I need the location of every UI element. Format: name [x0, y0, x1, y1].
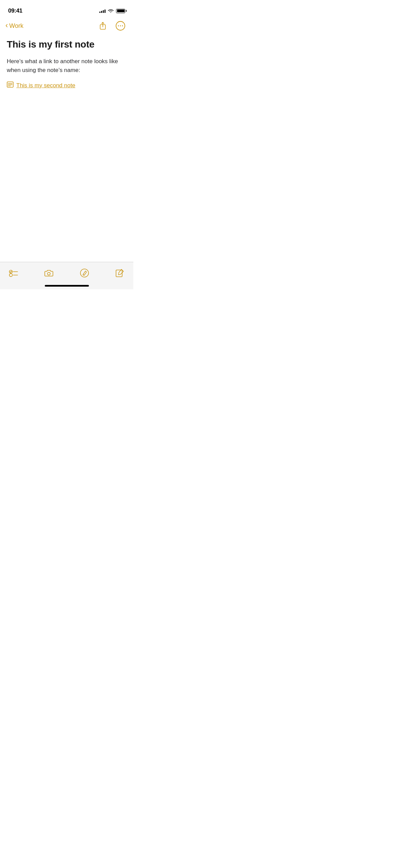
more-icon: [116, 21, 125, 31]
status-bar: 09:41: [0, 0, 133, 17]
share-icon: [99, 22, 107, 30]
back-label: Work: [9, 22, 23, 30]
status-icons: [99, 9, 125, 13]
compose-icon: [115, 268, 125, 278]
svg-point-14: [47, 272, 50, 275]
pencil-circle-icon: [80, 268, 89, 278]
back-button[interactable]: ‹ Work: [5, 22, 23, 30]
toolbar-items: [7, 266, 127, 280]
checklist-icon: [9, 268, 18, 278]
checklist-button[interactable]: [7, 266, 20, 280]
bottom-toolbar: [0, 262, 133, 289]
note-link[interactable]: This is my second note: [7, 82, 127, 89]
nav-bar: ‹ Work: [0, 17, 133, 36]
markup-button[interactable]: [78, 266, 91, 280]
signal-bars-icon: [99, 9, 106, 13]
note-title: This is my first note: [7, 39, 127, 50]
svg-point-4: [120, 25, 121, 26]
battery-icon: [116, 9, 125, 13]
wifi-icon: [108, 9, 114, 13]
more-button[interactable]: [114, 20, 127, 32]
note-content: This is my first note Here’s what a link…: [0, 36, 133, 96]
svg-point-15: [80, 269, 89, 277]
note-link-text[interactable]: This is my second note: [16, 82, 75, 89]
nav-actions: [97, 20, 127, 32]
chevron-left-icon: ‹: [5, 22, 8, 29]
compose-button[interactable]: [113, 266, 127, 280]
svg-point-3: [118, 25, 119, 26]
status-time: 09:41: [8, 7, 22, 14]
camera-button[interactable]: [42, 266, 56, 280]
svg-point-10: [9, 270, 13, 273]
share-button[interactable]: [97, 20, 109, 32]
camera-icon: [44, 268, 54, 278]
svg-point-11: [9, 274, 13, 277]
note-body: Here’s what a link to another note looks…: [7, 57, 127, 75]
svg-point-5: [122, 25, 123, 26]
home-indicator: [45, 285, 89, 287]
note-link-icon: [7, 82, 14, 89]
